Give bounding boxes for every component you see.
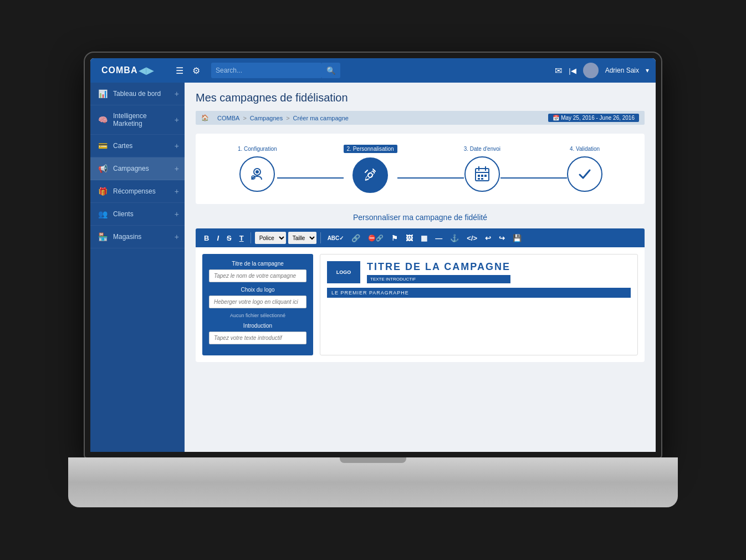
main-layout: 📊 Tableau de bord + 🧠 Intelligence Marke…: [90, 83, 656, 452]
plus-icon[interactable]: +: [175, 115, 179, 124]
calendar-icon: 📅: [553, 115, 559, 121]
laptop-screen: COMBA ◀▶ ☰ ⚙ 🔍 ✉ |◀ Adrien Sa: [85, 53, 661, 457]
intro-label: Introduction: [209, 323, 306, 329]
step3-label: 3. Date d'envoi: [464, 146, 500, 152]
search-bar: 🔍: [211, 63, 546, 78]
breadcrumb-home[interactable]: COMBA: [217, 115, 239, 121]
sidebar-item-recompenses[interactable]: 🎁 Récompenses +: [90, 180, 185, 203]
sidebar-item-cartes[interactable]: 💳 Cartes +: [90, 135, 185, 157]
wizard-step-4[interactable]: 4. Validation: [567, 146, 602, 192]
preview-header: LOGO TITRE DE LA CAMPAGNE TEXTE INTRODUC…: [327, 261, 631, 283]
logo-label: Choix du logo: [209, 287, 306, 293]
intro-input[interactable]: [209, 332, 306, 344]
breadcrumb: 🏠 COMBA > Campagnes > Créer ma campagne …: [196, 111, 645, 125]
form-panel: Titre de la campagne Choix du logo Aucun…: [202, 254, 313, 355]
wizard-step-1[interactable]: 1. Configuration: [238, 146, 277, 192]
plus-icon[interactable]: +: [175, 164, 179, 173]
content-area: Mes campagnes de fidélisation 🏠 COMBA > …: [185, 83, 656, 452]
save-button[interactable]: 💾: [510, 233, 524, 243]
sidebar-item-label: Magasins: [113, 233, 141, 241]
step4-circle: [567, 156, 602, 192]
sidebar-item-label: Clients: [113, 210, 134, 218]
table-button[interactable]: ▦: [418, 233, 430, 243]
preview-campaign-title: TITRE DE LA CAMPAGNE: [367, 261, 510, 273]
toolbar-sep-1: [251, 232, 251, 243]
size-select[interactable]: Taille: [288, 232, 316, 244]
breadcrumb-campagnes[interactable]: Campagnes: [250, 115, 283, 121]
plus-icon[interactable]: +: [175, 187, 179, 196]
anchor-button[interactable]: ⚓: [447, 233, 462, 243]
sidebar-item-label: Intelligence Marketing: [113, 112, 177, 128]
search-button[interactable]: 🔍: [322, 63, 340, 78]
step1-circle: [239, 156, 275, 192]
nav-icons: ☰ ⚙: [173, 63, 202, 78]
flag-button[interactable]: ⚑: [389, 233, 401, 243]
svg-rect-12: [478, 175, 480, 177]
sidebar-item-intelligence[interactable]: 🧠 Intelligence Marketing +: [90, 105, 185, 135]
sidebar: 📊 Tableau de bord + 🧠 Intelligence Marke…: [90, 83, 185, 452]
unlink-button[interactable]: ⛔🔗: [365, 233, 386, 243]
page-title: Mes campagnes de fidélisation: [196, 91, 645, 104]
wizard-step-2[interactable]: 2. Personnalisation: [344, 145, 397, 193]
recompenses-icon: 🎁: [98, 187, 108, 196]
preview-panel: LOGO TITRE DE LA CAMPAGNE TEXTE INTRODUC…: [320, 254, 638, 355]
underline-button[interactable]: T: [237, 233, 247, 243]
campaign-title-input[interactable]: [209, 269, 306, 282]
redo-button[interactable]: ↪: [496, 233, 508, 243]
connector-1-2: [277, 177, 344, 179]
sidebar-item-campagnes[interactable]: 📢 Campagnes +: [90, 157, 185, 180]
mail-icon[interactable]: ✉: [555, 65, 562, 76]
campaign-title-label: Titre de la campagne: [209, 261, 306, 267]
strikethrough-button[interactable]: S: [224, 233, 234, 243]
wizard-step-3[interactable]: 3. Date d'envoi: [464, 146, 500, 192]
cartes-icon: 💳: [98, 141, 108, 150]
search-input[interactable]: [211, 63, 322, 78]
editor-toolbar: B I S T Police Taille ABC✓ 🔗: [196, 228, 645, 247]
preview-paragraph-label: LE PREMIER PARAGRAPHE: [327, 288, 631, 298]
step2-circle: [352, 157, 388, 193]
home-icon: 🏠: [201, 114, 209, 121]
menu-icon-button[interactable]: ☰: [173, 63, 186, 78]
logo-area: COMBA ◀▶: [97, 64, 169, 77]
svg-point-7: [368, 173, 372, 177]
plus-icon[interactable]: +: [175, 141, 179, 150]
magasins-icon: 🏪: [98, 232, 108, 241]
notification-icon[interactable]: |◀: [569, 67, 576, 75]
user-name[interactable]: Adrien Saix: [605, 67, 639, 74]
wizard-steps: 1. Configuration: [196, 134, 645, 204]
campagnes-icon: 📢: [98, 164, 108, 173]
italic-button[interactable]: I: [214, 233, 222, 243]
breadcrumb-date: 📅 May 25, 2016 - June 26, 2016: [548, 114, 639, 122]
image-button[interactable]: 🖼: [403, 233, 416, 243]
step1-label: 1. Configuration: [238, 146, 277, 152]
plus-icon[interactable]: +: [175, 210, 179, 218]
hr-button[interactable]: —: [432, 233, 445, 243]
breadcrumb-creer[interactable]: Créer ma campagne: [293, 115, 349, 121]
sidebar-item-label: Campagnes: [113, 165, 149, 172]
undo-button[interactable]: ↩: [482, 233, 494, 243]
sidebar-item-clients[interactable]: 👥 Clients +: [90, 203, 185, 226]
step3-circle: [464, 156, 500, 192]
step4-label: 4. Validation: [570, 146, 600, 152]
font-select[interactable]: Police: [255, 232, 286, 244]
svg-point-3: [256, 170, 259, 174]
svg-point-0: [587, 65, 594, 72]
sidebar-item-tableau[interactable]: 📊 Tableau de bord +: [90, 83, 185, 105]
top-navigation: COMBA ◀▶ ☰ ⚙ 🔍 ✉ |◀ Adrien Sa: [90, 58, 656, 83]
editor-main: Titre de la campagne Choix du logo Aucun…: [196, 247, 645, 362]
link-button[interactable]: 🔗: [349, 233, 363, 243]
connector-2-3: [397, 177, 464, 179]
spellcheck-button[interactable]: ABC✓: [325, 234, 347, 242]
user-dropdown-icon[interactable]: ▾: [646, 67, 649, 74]
svg-rect-14: [484, 175, 487, 177]
bold-button[interactable]: B: [201, 233, 212, 243]
settings-icon-button[interactable]: ⚙: [190, 63, 202, 78]
sidebar-item-magasins[interactable]: 🏪 Magasins +: [90, 226, 185, 248]
plus-icon[interactable]: +: [175, 232, 179, 241]
plus-icon[interactable]: +: [175, 89, 179, 98]
preview-title-area: TITRE DE LA CAMPAGNE TEXTE INTRODUCTIF: [367, 261, 510, 283]
connector-3-4: [500, 177, 567, 179]
code-button[interactable]: </>: [464, 233, 480, 243]
preview-logo: LOGO: [327, 261, 360, 283]
logo-input[interactable]: [209, 296, 306, 308]
